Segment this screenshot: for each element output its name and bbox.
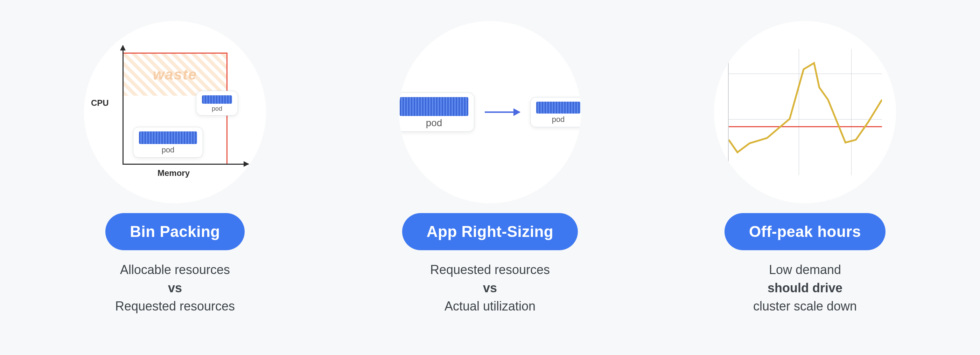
demand-curve bbox=[729, 49, 882, 174]
card-off-peak: Off-peak hours Low demand should drive c… bbox=[658, 21, 952, 316]
container-icon bbox=[202, 95, 232, 104]
title-pill: Bin Packing bbox=[105, 213, 244, 250]
desc-line1: Requested resources bbox=[430, 262, 550, 277]
container-icon bbox=[400, 97, 468, 116]
title-pill: Off-peak hours bbox=[724, 213, 886, 250]
desc-vs: vs bbox=[483, 281, 497, 295]
demand-line-chart bbox=[728, 49, 882, 175]
pod-label: pod bbox=[426, 117, 442, 129]
waste-zone: waste bbox=[124, 54, 226, 96]
pod-large: pod bbox=[399, 93, 474, 132]
arrow-right-icon bbox=[485, 112, 520, 113]
illustration-off-peak bbox=[714, 21, 896, 203]
desc-line1: Low demand bbox=[769, 262, 841, 277]
x-axis-label: Memory bbox=[158, 168, 190, 178]
y-axis-label: CPU bbox=[91, 98, 109, 108]
diagram-row: waste CPU Memory pod pod Bin Packing All… bbox=[0, 0, 980, 337]
pod-label: pod bbox=[552, 115, 565, 124]
card-description: Low demand should drive cluster scale do… bbox=[753, 261, 857, 316]
desc-line2: Actual utilization bbox=[444, 299, 536, 313]
desc-vs: vs bbox=[168, 281, 182, 295]
card-description: Allocable resources vs Requested resourc… bbox=[115, 261, 235, 316]
pod-small: pod bbox=[530, 97, 581, 127]
pod-label: pod bbox=[212, 105, 222, 112]
desc-line2: cluster scale down bbox=[753, 299, 857, 313]
card-description: Requested resources vs Actual utilizatio… bbox=[430, 261, 550, 316]
pod-small: pod bbox=[196, 91, 238, 116]
illustration-right-sizing: pod pod bbox=[399, 21, 581, 203]
desc-strong: should drive bbox=[768, 281, 842, 295]
right-sizing-graphic: pod pod bbox=[399, 93, 581, 132]
pod-label: pod bbox=[162, 146, 175, 155]
illustration-bin-packing: waste CPU Memory pod pod bbox=[84, 21, 266, 203]
card-app-right-sizing: pod pod App Right-Sizing Requested resou… bbox=[343, 21, 637, 316]
x-axis bbox=[123, 164, 248, 165]
desc-line2: Requested resources bbox=[115, 299, 235, 313]
desc-line1: Allocable resources bbox=[120, 262, 230, 277]
card-bin-packing: waste CPU Memory pod pod Bin Packing All… bbox=[28, 21, 322, 316]
bin-packing-chart: waste CPU Memory pod pod bbox=[102, 46, 248, 179]
waste-label: waste bbox=[153, 66, 197, 83]
title-pill: App Right-Sizing bbox=[402, 213, 578, 250]
container-icon bbox=[139, 131, 197, 144]
pod-large: pod bbox=[133, 127, 203, 158]
container-icon bbox=[536, 102, 580, 114]
